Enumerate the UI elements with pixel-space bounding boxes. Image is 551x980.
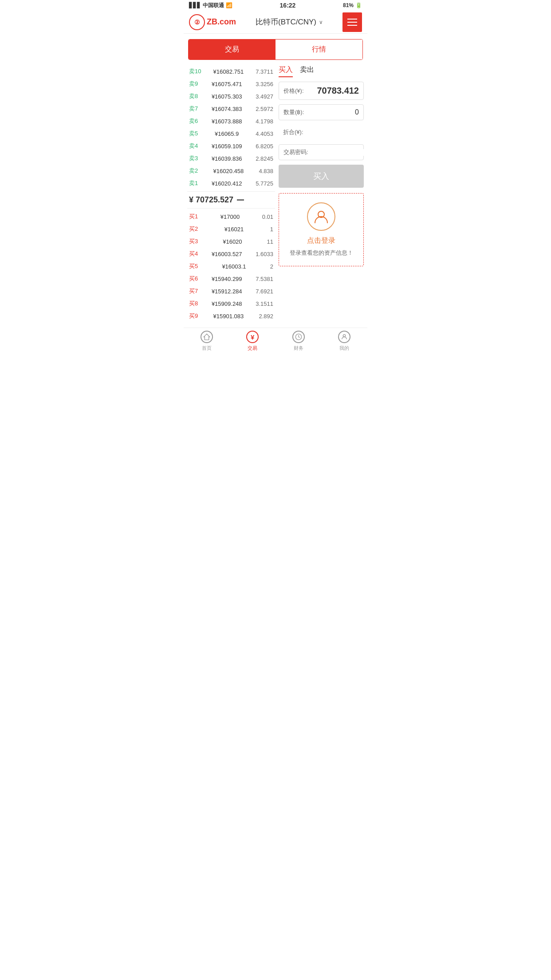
- password-input[interactable]: [308, 149, 367, 156]
- total-field: 折合(¥):: [279, 125, 364, 140]
- buy-order-9: 买9 ¥15901.083 2.892: [187, 310, 275, 322]
- profile-icon: [338, 331, 350, 343]
- buy-price-7: ¥15912.284: [212, 288, 242, 295]
- sell-qty-7: 2.5972: [256, 106, 273, 112]
- sell-label-2: 卖2: [189, 167, 198, 175]
- password-label: 交易密码:: [283, 148, 308, 156]
- qty-label: 数量(฿):: [283, 108, 304, 116]
- trade-form: 买入 卖出 价格(¥): 70783.412 数量(฿): 0 折合(¥): 交…: [275, 65, 364, 322]
- buy-button[interactable]: 买入: [279, 165, 364, 188]
- password-field[interactable]: 交易密码:: [279, 144, 364, 160]
- buy-order-6: 买6 ¥15940.299 7.5381: [187, 273, 275, 285]
- order-book: 卖10 ¥16082.751 7.3711 卖9 ¥16075.471 3.32…: [187, 65, 275, 322]
- tab-trade[interactable]: 交易: [189, 40, 276, 59]
- buy-label-1: 买1: [189, 213, 198, 221]
- buy-qty-3: 11: [267, 238, 273, 245]
- login-prompt[interactable]: 点击登录 登录查看您的资产信息！: [279, 193, 364, 266]
- menu-line-2: [347, 22, 357, 23]
- sell-order-5: 卖5 ¥16065.9 4.4053: [187, 127, 275, 140]
- nav-finance[interactable]: 财务: [276, 331, 322, 352]
- sell-order-4: 卖4 ¥16059.109 6.8205: [187, 140, 275, 152]
- buy-qty-5: 2: [270, 263, 273, 270]
- sell-order-9: 卖9 ¥16075.471 3.3256: [187, 78, 275, 90]
- person-icon: [313, 209, 329, 225]
- sell-order-10: 卖10 ¥16082.751 7.3711: [187, 65, 275, 78]
- menu-line-1: [347, 19, 357, 20]
- buy-order-7: 买7 ¥15912.284 7.6921: [187, 285, 275, 297]
- buy-label-2: 买2: [189, 225, 198, 233]
- sell-qty-3: 2.8245: [256, 155, 273, 162]
- login-sub-text: 登录查看您的资产信息！: [283, 249, 359, 257]
- sell-price-6: ¥16073.888: [212, 118, 242, 125]
- sell-price-7: ¥16074.383: [212, 106, 242, 112]
- sell-price-1: ¥16020.412: [212, 180, 242, 187]
- buy-order-8: 买8 ¥15909.248 3.1511: [187, 297, 275, 310]
- header-title: 比特币(BTC/CNY) ∨: [256, 17, 323, 27]
- nav-home[interactable]: 首页: [184, 331, 230, 352]
- nav-trade-label: 交易: [248, 345, 257, 352]
- sell-order-7: 卖7 ¥16074.383 2.5972: [187, 103, 275, 115]
- svg-point-3: [343, 335, 346, 337]
- sell-label-5: 卖5: [189, 130, 198, 138]
- trade-icon: ¥: [246, 331, 259, 343]
- buy-order-1: 买1 ¥17000 0.01: [187, 210, 275, 223]
- sell-orders: 卖10 ¥16082.751 7.3711 卖9 ¥16075.471 3.32…: [187, 65, 275, 190]
- price-direction-icon: [237, 199, 244, 201]
- sell-qty-1: 5.7725: [256, 180, 273, 187]
- buy-price-4: ¥16003.527: [212, 251, 242, 257]
- mid-price-value: ¥ 70725.527: [189, 195, 233, 205]
- tab-sell[interactable]: 卖出: [300, 65, 314, 77]
- menu-line-3: [347, 25, 357, 26]
- total-label: 折合(¥):: [283, 128, 303, 136]
- buy-qty-1: 0.01: [262, 213, 273, 220]
- sell-order-1: 卖1 ¥16020.412 5.7725: [187, 177, 275, 190]
- buy-qty-7: 7.6921: [256, 288, 273, 295]
- mid-price-row: ¥ 70725.527: [187, 191, 275, 209]
- buy-label-4: 买4: [189, 250, 198, 258]
- svg-marker-1: [204, 334, 209, 340]
- buy-order-3: 买3 ¥16020 11: [187, 235, 275, 248]
- logo-inner: ②: [194, 19, 200, 26]
- carrier-label: 中国联通: [203, 2, 224, 9]
- sell-price-8: ¥16075.303: [212, 93, 242, 100]
- buy-price-8: ¥15909.248: [212, 300, 242, 307]
- buy-label-3: 买3: [189, 237, 198, 245]
- menu-button[interactable]: [342, 12, 362, 32]
- battery-icon: 🔋: [355, 2, 362, 8]
- buy-price-9: ¥15901.083: [213, 313, 244, 320]
- sell-label-10: 卖10: [189, 67, 201, 75]
- sell-order-6: 卖6 ¥16073.888 4.1798: [187, 115, 275, 127]
- home-icon: [201, 331, 213, 343]
- price-field[interactable]: 价格(¥): 70783.412: [279, 82, 364, 100]
- price-value: 70783.412: [317, 86, 359, 96]
- sell-qty-6: 4.1798: [256, 118, 273, 125]
- qty-field[interactable]: 数量(฿): 0: [279, 104, 364, 120]
- top-tab-bar: 交易 行情: [188, 39, 363, 60]
- sell-qty-9: 3.3256: [256, 81, 273, 87]
- nav-profile[interactable]: 我的: [322, 331, 368, 352]
- price-label: 价格(¥):: [283, 87, 304, 95]
- wifi-icon: 📶: [226, 2, 232, 8]
- sell-price-10: ¥16082.751: [213, 68, 244, 75]
- sell-price-5: ¥16065.9: [215, 130, 239, 137]
- trade-tab-bar: 买入 卖出: [279, 65, 364, 77]
- logo: ② ZB.com: [189, 14, 236, 30]
- login-text[interactable]: 点击登录: [283, 236, 359, 245]
- nav-trade[interactable]: ¥ 交易: [230, 331, 276, 352]
- sell-label-9: 卖9: [189, 80, 198, 88]
- buy-orders: 买1 ¥17000 0.01 买2 ¥16021 1 买3 ¥16020 11 …: [187, 210, 275, 322]
- status-left: ▋▋▋ 中国联通 📶: [189, 2, 232, 9]
- buy-order-2: 买2 ¥16021 1: [187, 223, 275, 235]
- buy-qty-6: 7.5381: [256, 276, 273, 282]
- buy-price-2: ¥16021: [224, 226, 244, 233]
- dropdown-icon[interactable]: ∨: [319, 19, 323, 25]
- qty-value: 0: [355, 108, 359, 116]
- sell-label-8: 卖8: [189, 92, 198, 100]
- header: ② ZB.com 比特币(BTC/CNY) ∨: [184, 11, 367, 34]
- sell-label-7: 卖7: [189, 105, 198, 113]
- sell-order-3: 卖3 ¥16039.836 2.8245: [187, 152, 275, 165]
- tab-buy[interactable]: 买入: [279, 65, 293, 77]
- bottom-nav: 首页 ¥ 交易 财务 我的: [184, 328, 367, 355]
- tab-market[interactable]: 行情: [276, 40, 362, 59]
- status-bar: ▋▋▋ 中国联通 📶 16:22 81% 🔋: [184, 0, 367, 11]
